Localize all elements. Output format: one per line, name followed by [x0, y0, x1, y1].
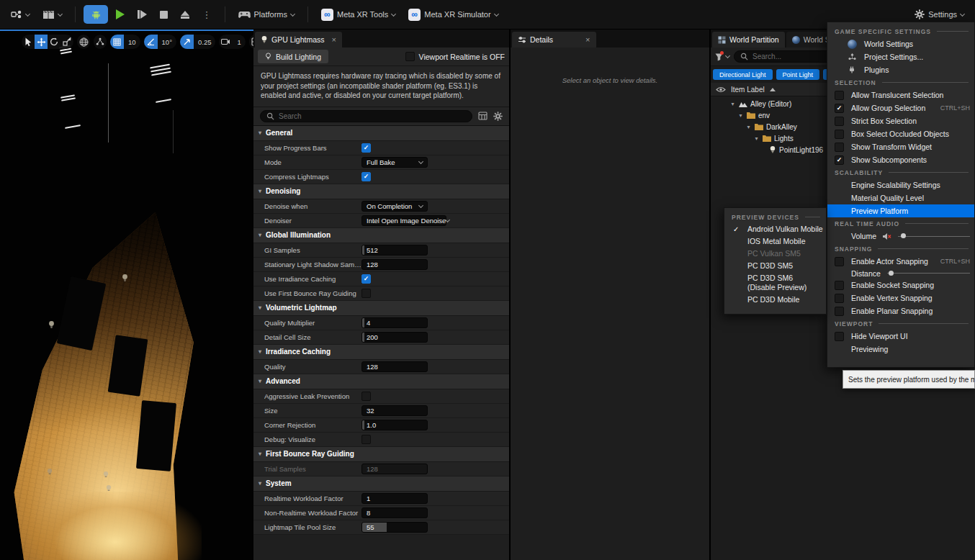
filter-button[interactable] — [714, 53, 729, 61]
menu-item-allow-translucent-selection[interactable]: Allow Translucent Selection — [827, 89, 974, 101]
section-global-illumination[interactable]: ▾Global Illumination — [253, 228, 509, 243]
rotation-snap-value[interactable]: 10° — [158, 35, 176, 49]
menu-item-preview-platform[interactable]: Preview Platform — [827, 204, 974, 217]
android-platform-button[interactable] — [84, 5, 108, 24]
settings-gear-icon[interactable] — [493, 112, 503, 121]
denoiser-dropdown[interactable]: Intel Open Image Denoise — [361, 215, 446, 226]
grid-snap-toggle[interactable] — [110, 35, 124, 49]
light-actor-sprite[interactable] — [46, 468, 53, 477]
light-actor-sprite[interactable] — [102, 471, 109, 479]
filter-chip-directional-light[interactable]: Directional Light — [713, 69, 773, 80]
meta-xr-tools-dropdown[interactable]: ∞ Meta XR Tools — [316, 5, 400, 24]
menu-item-volume[interactable]: Volume — [827, 230, 974, 243]
stationary-shadow-samples-input[interactable]: 128 — [361, 259, 428, 270]
viewport[interactable]: 10 10° 0.25 1 — [0, 30, 253, 560]
light-actor-sprite[interactable] — [121, 274, 129, 283]
eye-icon[interactable] — [716, 86, 726, 93]
camera-speed-button[interactable] — [219, 35, 233, 49]
menu-item-pc-d3d-sm6[interactable]: PC D3D SM6(Disable Preview) — [724, 272, 826, 294]
section-system[interactable]: ▾System — [253, 477, 509, 492]
cinematics-button[interactable] — [37, 5, 67, 24]
stop-button[interactable] — [155, 5, 173, 24]
corner-rejection-input[interactable]: 1.0 — [361, 420, 428, 430]
viewport-realtime-checkbox[interactable] — [405, 52, 415, 61]
build-lighting-button[interactable]: Build Lighting — [258, 50, 328, 63]
close-icon[interactable]: × — [585, 36, 590, 44]
menu-item-enable-vertex-snapping[interactable]: Enable Vertex Snapping — [827, 292, 974, 304]
section-general[interactable]: ▾General — [253, 126, 509, 141]
gi-samples-input[interactable]: 512 — [361, 245, 428, 256]
move-tool-button[interactable] — [35, 35, 48, 49]
menu-item-hide-viewport-ui[interactable]: Hide Viewport UI — [827, 330, 974, 343]
non-realtime-workload-input[interactable]: 8 — [361, 507, 428, 518]
lightmap-tile-pool-slider[interactable]: 55 — [361, 522, 428, 533]
tab-world-partition[interactable]: World Partition — [712, 32, 785, 48]
camera-speed-value[interactable]: 1 — [233, 35, 245, 49]
slider-knob[interactable] — [901, 233, 906, 238]
section-volumetric-lightmap[interactable]: ▾Volumetric Lightmap — [253, 301, 509, 316]
filter-chip-point-light[interactable]: Point Light — [776, 69, 820, 80]
slider-knob[interactable] — [889, 271, 894, 276]
frame-skip-button[interactable] — [132, 5, 152, 24]
menu-item-pc-d3d-mobile[interactable]: PC D3D Mobile — [724, 294, 826, 306]
denoise-when-dropdown[interactable]: On Completion — [361, 201, 428, 212]
checkbox-checked[interactable]: ✓ — [361, 143, 371, 153]
checkbox-checked[interactable]: ✓ — [361, 172, 371, 181]
menu-item-world-settings[interactable]: World Settings — [827, 37, 974, 50]
tab-gpu-lightmass[interactable]: GPU Lightmass × — [255, 32, 342, 48]
menu-item-enable-socket-snapping[interactable]: Enable Socket Snapping — [827, 279, 974, 292]
menu-item-material-quality[interactable]: Material Quality Level — [827, 191, 974, 204]
distance-slider[interactable] — [887, 273, 970, 274]
gpu-search-box[interactable] — [260, 110, 472, 122]
menu-item-show-subcomponents[interactable]: ✓Show Subcomponents — [827, 153, 974, 166]
expander-icon[interactable]: ▾ — [737, 112, 744, 119]
section-denoising[interactable]: ▾Denoising — [253, 184, 509, 199]
mode-dropdown[interactable]: Full Bake — [361, 157, 428, 168]
tab-details[interactable]: Details × — [512, 32, 596, 48]
gpu-search-input[interactable] — [279, 112, 466, 120]
expander-icon[interactable]: ▾ — [753, 135, 760, 142]
light-actor-sprite[interactable] — [105, 484, 112, 493]
checkbox-checked[interactable]: ✓ — [361, 274, 371, 284]
menu-item-enable-actor-snapping[interactable]: Enable Actor SnappingCTRL+SH — [827, 255, 974, 268]
world-coordinate-button[interactable] — [77, 35, 90, 49]
menu-item-android-vulkan-mobile[interactable]: ✓Android Vulkan Mobile — [724, 223, 826, 235]
menu-item-project-settings[interactable]: Project Settings... — [827, 50, 974, 63]
menu-item-enable-planar-snapping[interactable]: Enable Planar Snapping — [827, 304, 974, 317]
play-options-button[interactable]: ⋮ — [197, 5, 217, 24]
menu-item-previewing[interactable]: Previewing — [827, 343, 974, 356]
platforms-dropdown[interactable]: Platforms — [233, 5, 300, 24]
close-icon[interactable]: × — [332, 36, 336, 44]
select-tool-button[interactable] — [22, 35, 35, 49]
quality-input[interactable]: 128 — [361, 361, 428, 372]
scale-tool-button[interactable] — [60, 35, 73, 49]
menu-item-pc-d3d-sm5[interactable]: PC D3D SM5 — [724, 260, 826, 272]
realtime-workload-input[interactable]: 1 — [361, 493, 428, 504]
meta-xr-simulator-dropdown[interactable]: ∞ Meta XR Simulator — [403, 5, 503, 24]
rotate-tool-button[interactable] — [48, 35, 60, 49]
checkbox-unchecked[interactable] — [361, 435, 371, 444]
checkbox-unchecked[interactable] — [361, 289, 371, 298]
scale-snap-value[interactable]: 0.25 — [194, 35, 216, 49]
section-first-bounce-ray-guiding[interactable]: ▾First Bounce Ray Guiding — [253, 447, 509, 462]
checkbox-unchecked[interactable] — [361, 392, 371, 401]
eject-button[interactable] — [176, 5, 194, 24]
section-advanced[interactable]: ▾Advanced — [253, 374, 509, 389]
menu-item-allow-group-selection[interactable]: ✓Allow Group SelectionCTRL+SH — [827, 101, 974, 114]
column-view-icon[interactable] — [478, 112, 488, 120]
light-actor-sprite[interactable] — [48, 320, 55, 330]
expander-icon[interactable]: ▾ — [745, 124, 752, 130]
grid-snap-value[interactable]: 10 — [124, 35, 140, 49]
menu-item-box-select-occluded[interactable]: Box Select Occluded Objects — [827, 127, 974, 140]
menu-item-show-transform-widget[interactable]: Show Transform Widget — [827, 140, 974, 153]
expander-icon[interactable]: ▾ — [729, 101, 736, 107]
volume-slider[interactable] — [898, 236, 970, 237]
section-irradiance-caching[interactable]: ▾Irradiance Caching — [253, 345, 509, 360]
detail-cell-size-input[interactable]: 200 — [361, 332, 428, 343]
menu-item-distance[interactable]: Distance — [827, 268, 974, 279]
surface-snapping-button[interactable] — [94, 35, 107, 49]
menu-item-plugins[interactable]: Plugins — [827, 63, 974, 76]
scale-snap-toggle[interactable] — [180, 35, 194, 49]
maximize-viewport-button[interactable] — [249, 35, 253, 49]
rotation-snap-toggle[interactable] — [144, 35, 158, 49]
